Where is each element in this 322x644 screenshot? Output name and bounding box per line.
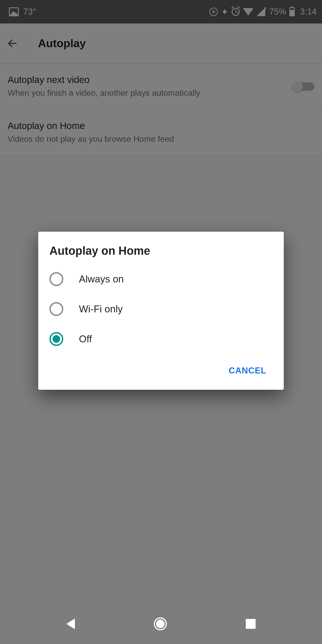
nav-recent-icon[interactable] bbox=[246, 619, 256, 629]
nav-back-icon[interactable] bbox=[66, 618, 75, 629]
radio-label: Always on bbox=[79, 274, 124, 285]
radio-icon bbox=[50, 272, 63, 286]
autoplay-on-home-dialog: Autoplay on Home Always on Wi-Fi only Of… bbox=[38, 232, 284, 390]
radio-icon bbox=[50, 332, 63, 346]
android-nav-bar bbox=[0, 604, 322, 644]
radio-label: Off bbox=[79, 334, 92, 344]
cancel-button[interactable]: CANCEL bbox=[222, 363, 273, 378]
dialog-title: Autoplay on Home bbox=[38, 244, 284, 264]
radio-option-always-on[interactable]: Always on bbox=[38, 264, 284, 294]
radio-option-off[interactable]: Off bbox=[38, 324, 284, 354]
nav-home-icon[interactable] bbox=[154, 618, 167, 630]
radio-label: Wi-Fi only bbox=[79, 304, 123, 314]
radio-option-wifi-only[interactable]: Wi-Fi only bbox=[38, 294, 284, 324]
dialog-actions: CANCEL bbox=[38, 354, 284, 384]
radio-icon bbox=[50, 302, 63, 316]
